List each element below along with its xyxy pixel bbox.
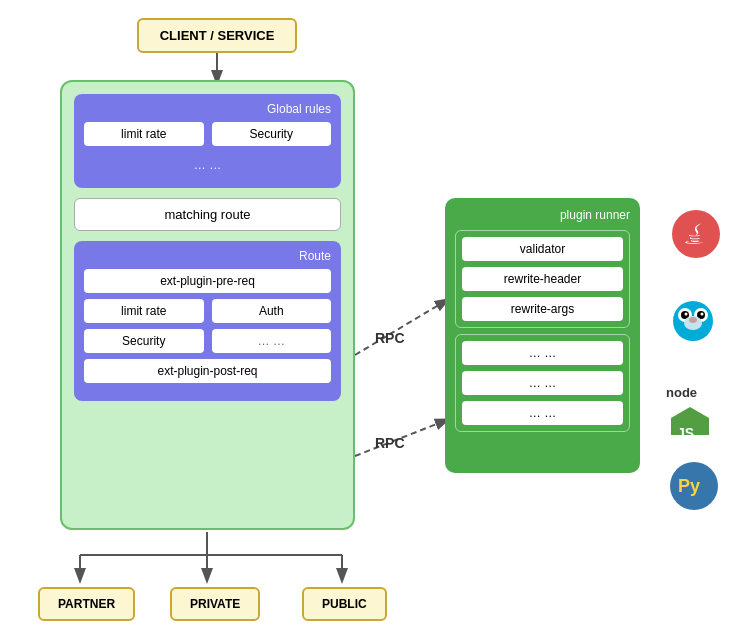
client-service-label: CLIENT / SERVICE [160,28,275,43]
java-logo-svg [682,220,710,248]
nodejs-icon: node JS [660,375,720,435]
auth-pill-route: Auth [212,299,332,323]
client-service-box: CLIENT / SERVICE [137,18,297,53]
partner-box: PARTNER [38,587,135,621]
diagram-container: CLIENT / SERVICE Global rules limit rate… [0,0,732,643]
plugin-group-bottom: … … … … … … [455,334,630,432]
plugin-dots-1: … … [462,341,623,365]
python-logo-svg: Py [668,460,720,512]
route-row-2: Security … … [84,329,331,353]
svg-line-5 [355,300,447,355]
svg-point-17 [685,313,688,316]
global-rules-pills: limit rate Security [84,122,331,146]
svg-point-18 [701,313,704,316]
matching-route-box: matching route [74,198,341,231]
security-pill-global: Security [212,122,332,146]
route-row-1: limit rate Auth [84,299,331,323]
validator-pill: validator [462,237,623,261]
private-box: PRIVATE [170,587,260,621]
svg-text:JS: JS [677,425,694,435]
dots-pill-route: … … [212,329,332,353]
rpc-label-1: RPC [375,330,405,346]
ext-pre-req-pill: ext-plugin-pre-req [84,269,331,293]
ext-post-req-pill: ext-plugin-post-req [84,359,331,383]
route-title: Route [84,249,331,263]
svg-text:node: node [666,385,697,400]
plugin-runner-title: plugin runner [455,208,630,222]
plugin-dots-2: … … [462,371,623,395]
global-rules-title: Global rules [84,102,331,116]
public-box: PUBLIC [302,587,387,621]
matching-route-label: matching route [165,207,251,222]
limit-rate-pill-route: limit rate [84,299,204,323]
go-icon [665,295,721,351]
svg-point-21 [689,317,697,323]
main-green-box: Global rules limit rate Security … … mat… [60,80,355,530]
global-rules-dots: … … [84,154,331,176]
plugin-runner-box: plugin runner validator rewrite-header r… [445,198,640,473]
plugin-group-top: validator rewrite-header rewrite-args [455,230,630,328]
plugin-dots-3: … … [462,401,623,425]
go-logo-svg [665,295,721,351]
rpc-label-2: RPC [375,435,405,451]
java-icon [672,210,720,258]
svg-text:Py: Py [678,476,700,496]
rewrite-header-pill: rewrite-header [462,267,623,291]
nodejs-logo-svg: node JS [663,375,717,435]
security-pill-route: Security [84,329,204,353]
global-rules-box: Global rules limit rate Security … … [74,94,341,188]
limit-rate-pill-global: limit rate [84,122,204,146]
rewrite-args-pill: rewrite-args [462,297,623,321]
python-icon: Py [668,460,720,512]
route-box: Route ext-plugin-pre-req limit rate Auth… [74,241,341,401]
